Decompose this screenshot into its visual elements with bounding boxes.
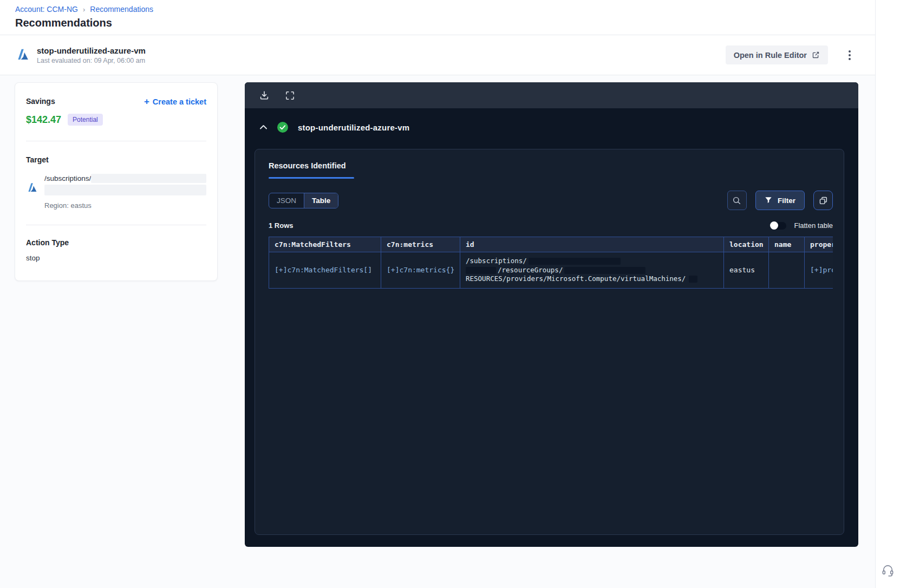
redacted-value <box>529 258 621 265</box>
card-divider <box>26 141 206 141</box>
results-panel: stop-underutilized-azure-vm Resources Id… <box>245 82 858 547</box>
rows-row: 1 Rows Flatten table <box>266 221 833 230</box>
action-type-label: Action Type <box>26 238 206 247</box>
search-icon <box>732 196 741 205</box>
resources-card: Resources Identified JSON Table <box>255 149 844 535</box>
table-scroll-area: c7n:MatchedFilters c7n:metrics id locati… <box>269 237 833 289</box>
open-in-rule-editor-button[interactable]: Open in Rule Editor <box>726 45 828 64</box>
redacted-value <box>91 174 206 183</box>
cell-matchedfilters-expander[interactable]: [+]c7n:MatchedFilters[] <box>269 252 381 289</box>
redacted-value <box>44 185 206 195</box>
filter-label: Filter <box>778 197 795 205</box>
view-toggle-json[interactable]: JSON <box>269 193 304 208</box>
create-ticket-label: Create a ticket <box>153 97 206 106</box>
panel-toolbar <box>245 82 858 108</box>
column-header-properties: propert <box>805 237 833 252</box>
tab-active-underline <box>269 177 354 179</box>
target-label: Target <box>26 155 206 164</box>
redacted-value <box>564 267 645 274</box>
rule-title-block: stop-underutilized-azure-vm Last evaluat… <box>37 46 146 64</box>
flatten-table-toggle[interactable] <box>770 222 786 230</box>
target-path: /subscriptions/ <box>44 174 91 182</box>
potential-badge: Potential <box>68 114 103 126</box>
resources-table: c7n:MatchedFilters c7n:metrics id locati… <box>269 237 833 289</box>
content-area: Savings + Create a ticket $142.47 Potent… <box>0 75 875 588</box>
azure-icon <box>15 48 30 62</box>
cell-id: /subscriptions/ /resourceGroups/ RESOURC… <box>460 252 724 289</box>
success-check-icon <box>277 121 289 133</box>
filter-funnel-icon <box>765 197 772 204</box>
tab-resources-identified[interactable]: Resources Identified <box>269 161 354 179</box>
cell-name <box>769 252 805 289</box>
last-evaluated-text: Last evaluated on: 09 Apr, 06:00 am <box>37 57 146 64</box>
cell-metrics-expander[interactable]: [+]c7n:metrics{} <box>381 252 460 289</box>
controls-row: JSON Table Fi <box>266 191 833 210</box>
savings-card: Savings + Create a ticket $142.47 Potent… <box>15 82 218 281</box>
copy-button[interactable] <box>813 191 833 210</box>
view-toggle-table[interactable]: Table <box>304 193 338 208</box>
cell-location: eastus <box>724 252 769 289</box>
breadcrumb: Account: CCM-NG › Recommendations <box>15 5 860 14</box>
card-divider <box>26 225 206 225</box>
open-in-rule-editor-label: Open in Rule Editor <box>734 51 807 60</box>
tab-label: Resources Identified <box>269 161 354 170</box>
redacted-value <box>689 276 697 283</box>
savings-amount: $142.47 <box>26 114 61 126</box>
column-header-metrics: c7n:metrics <box>381 237 460 252</box>
breadcrumb-account-link[interactable]: Account: CCM-NG <box>15 5 78 14</box>
rule-name: stop-underutilized-azure-vm <box>37 46 146 55</box>
action-type-value: stop <box>26 254 206 262</box>
main-column: Account: CCM-NG › Recommendations Recomm… <box>0 0 876 588</box>
target-region: Region: eastus <box>44 201 206 210</box>
fullscreen-icon[interactable] <box>285 90 295 101</box>
search-button[interactable] <box>727 191 747 210</box>
table-header-row: c7n:MatchedFilters c7n:metrics id locati… <box>269 237 833 252</box>
cell-properties-expander[interactable]: [+]prop <box>805 252 833 289</box>
filter-button[interactable]: Filter <box>755 191 805 210</box>
rows-count: 1 Rows <box>269 221 294 230</box>
breadcrumb-separator-icon: › <box>83 5 85 14</box>
redacted-value <box>466 267 496 274</box>
column-header-matchedfilters: c7n:MatchedFilters <box>269 237 381 252</box>
table-row: [+]c7n:MatchedFilters[] [+]c7n:metrics{}… <box>269 252 833 289</box>
right-rail <box>876 0 900 588</box>
kebab-menu-icon[interactable] <box>846 48 853 63</box>
panel-body: stop-underutilized-azure-vm Resources Id… <box>245 108 858 547</box>
flatten-table-label: Flatten table <box>794 221 833 230</box>
support-headset-icon[interactable] <box>881 564 895 579</box>
view-toggle: JSON Table <box>269 193 338 208</box>
external-link-icon <box>812 51 820 59</box>
create-ticket-button[interactable]: + Create a ticket <box>144 97 206 106</box>
column-header-name: name <box>769 237 805 252</box>
plus-icon: + <box>144 97 149 106</box>
topbar: Account: CCM-NG › Recommendations Recomm… <box>0 0 875 35</box>
column-header-id: id <box>460 237 724 252</box>
column-header-location: location <box>724 237 769 252</box>
panel-rule-title: stop-underutilized-azure-vm <box>298 123 409 132</box>
copy-icon <box>819 196 828 205</box>
collapse-chevron-icon[interactable] <box>259 125 268 130</box>
rule-header: stop-underutilized-azure-vm Last evaluat… <box>0 35 875 75</box>
azure-target-icon <box>26 182 38 194</box>
download-icon[interactable] <box>259 90 270 101</box>
page-title: Recommendations <box>15 17 860 29</box>
breadcrumb-recommendations-link[interactable]: Recommendations <box>90 5 153 14</box>
savings-label: Savings <box>26 97 55 106</box>
